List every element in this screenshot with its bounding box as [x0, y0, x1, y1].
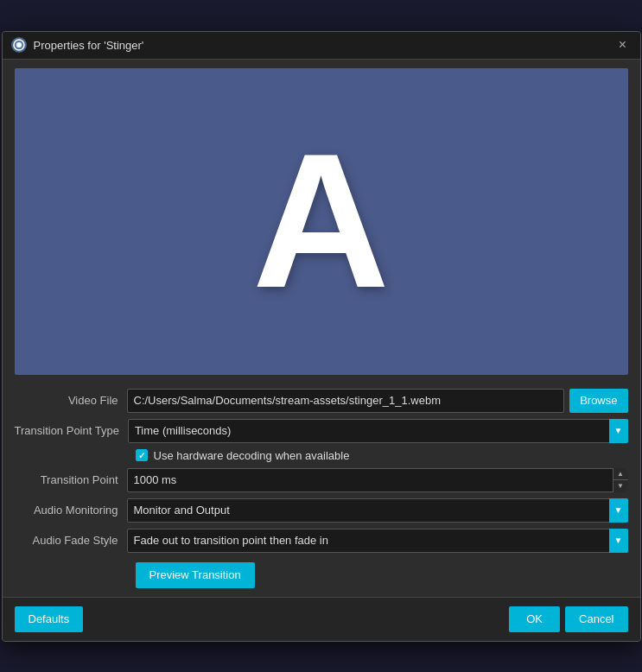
hardware-decoding-label: Use hardware decoding when available: [154, 449, 350, 462]
hardware-decoding-row: ✓ Use hardware decoding when available: [15, 449, 628, 462]
transition-point-type-select-wrap: Time (milliseconds) Frame number ▼: [128, 419, 628, 443]
title-bar-left: Properties for 'Stinger': [11, 37, 144, 53]
title-bar: Properties for 'Stinger' ×: [3, 32, 640, 60]
audio-monitoring-row: Audio Monitoring Monitor and Output Moni…: [15, 498, 628, 523]
preview-area: A: [15, 68, 628, 375]
transition-point-label: Transition Point: [15, 473, 127, 486]
spinner-down-button[interactable]: ▼: [613, 480, 628, 492]
audio-monitoring-control: Monitor and Output Monitor Only (mute ou…: [127, 498, 628, 523]
audio-monitoring-select[interactable]: Monitor and Output Monitor Only (mute ou…: [127, 498, 628, 523]
bottom-right: OK Cancel: [509, 606, 627, 632]
audio-monitoring-label: Audio Monitoring: [15, 504, 127, 517]
audio-fade-style-select[interactable]: Fade out to transition point then fade i…: [127, 529, 628, 553]
audio-fade-style-select-wrap: Fade out to transition point then fade i…: [127, 529, 628, 553]
preview-transition-button[interactable]: Preview Transition: [136, 562, 255, 588]
spinner-up-button[interactable]: ▲: [613, 468, 628, 481]
ok-button[interactable]: OK: [509, 606, 560, 632]
transition-point-type-select[interactable]: Time (milliseconds) Frame number: [128, 419, 628, 443]
cancel-button[interactable]: Cancel: [565, 606, 627, 632]
audio-fade-style-row: Audio Fade Style Fade out to transition …: [15, 529, 628, 553]
audio-fade-style-label: Audio Fade Style: [15, 534, 127, 547]
preview-letter: A: [252, 126, 390, 316]
obs-icon: [11, 37, 27, 53]
video-file-label: Video File: [15, 394, 127, 407]
close-button[interactable]: ×: [614, 36, 632, 54]
transition-point-type-row: Transition Point Type Time (milliseconds…: [15, 419, 628, 443]
video-file-control: Browse: [127, 389, 628, 413]
video-file-row: Video File Browse: [15, 389, 628, 413]
transition-point-input[interactable]: [127, 468, 628, 492]
form-area: Video File Browse Transition Point Type …: [3, 384, 640, 597]
bottom-left: Defaults: [15, 606, 84, 632]
spinner-arrows: ▲ ▼: [613, 468, 628, 492]
hardware-decoding-checkbox-label[interactable]: ✓ Use hardware decoding when available: [136, 449, 350, 462]
transition-point-spinner-wrap: ▲ ▼: [127, 468, 628, 492]
browse-button[interactable]: Browse: [569, 389, 627, 413]
bottom-bar: Defaults OK Cancel: [3, 597, 640, 641]
transition-point-type-control: Time (milliseconds) Frame number ▼: [128, 419, 628, 443]
properties-dialog: Properties for 'Stinger' × A Video File …: [2, 31, 641, 642]
transition-point-type-label: Transition Point Type: [15, 424, 128, 437]
defaults-button[interactable]: Defaults: [15, 606, 84, 632]
video-file-input[interactable]: [127, 389, 565, 413]
svg-point-1: [16, 42, 22, 48]
checkbox-check-icon: ✓: [138, 451, 145, 460]
audio-monitoring-select-wrap: Monitor and Output Monitor Only (mute ou…: [127, 498, 628, 523]
preview-transition-row: Preview Transition: [15, 559, 628, 588]
transition-point-control: ▲ ▼: [127, 468, 628, 492]
hardware-decoding-checkbox[interactable]: ✓: [136, 449, 148, 461]
dialog-title: Properties for 'Stinger': [34, 39, 144, 52]
transition-point-row: Transition Point ▲ ▼: [15, 468, 628, 492]
audio-fade-style-control: Fade out to transition point then fade i…: [127, 529, 628, 553]
